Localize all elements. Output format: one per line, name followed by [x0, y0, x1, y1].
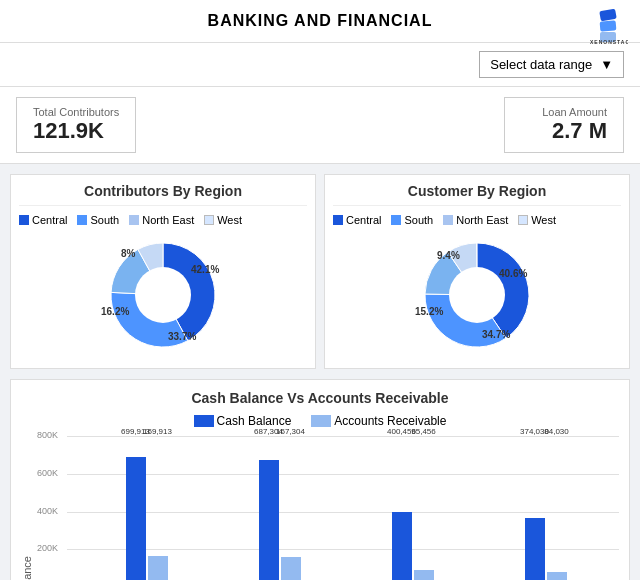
customer-chart-card: Customer By Region Central South North E…: [324, 174, 630, 369]
contributors-chart-title: Contributors By Region: [19, 183, 307, 206]
bar-legend: Cash Balance Accounts Receivable: [21, 414, 619, 428]
customer-chart-title: Customer By Region: [333, 183, 621, 206]
cust-legend-south: South: [391, 214, 433, 226]
total-contributors-label: Total Contributors: [33, 106, 119, 118]
contributors-legend: Central South North East West: [19, 214, 307, 226]
legend-south: South: [77, 214, 119, 226]
q4-group: 374,030 84,030 Q4: [482, 436, 609, 580]
legend-central: Central: [19, 214, 67, 226]
svg-text:33.7%: 33.7%: [168, 331, 196, 342]
q2-group: 687,304 167,304 Q2: [216, 436, 343, 580]
toolbar: Select data range ▼: [0, 43, 640, 87]
cust-legend-west: West: [518, 214, 556, 226]
y-axis-label: Cash Balance: [21, 556, 33, 581]
svg-text:40.6%: 40.6%: [499, 268, 527, 279]
customer-donut: 40.6% 15.2% 34.7% 9.4%: [333, 230, 621, 360]
page-title: BANKING AND FINANCIAL: [208, 12, 433, 30]
bar-legend-cash: Cash Balance: [194, 414, 292, 428]
contributors-chart-card: Contributors By Region Central South Nor…: [10, 174, 316, 369]
svg-text:8%: 8%: [121, 248, 136, 259]
loan-amount-value: 2.7 M: [521, 118, 607, 144]
q4-cash-bar: [525, 518, 545, 580]
svg-text:9.4%: 9.4%: [437, 250, 460, 261]
legend-northeast: North East: [129, 214, 194, 226]
loan-amount-card: Loan Amount 2.7 M: [504, 97, 624, 153]
logo: XENONSTACK: [588, 6, 628, 46]
q1-ar-bar: [148, 556, 168, 580]
legend-west: West: [204, 214, 242, 226]
cust-legend-central: Central: [333, 214, 381, 226]
customer-legend: Central South North East West: [333, 214, 621, 226]
svg-rect-1: [600, 20, 617, 31]
q2-ar-bar: [281, 557, 301, 580]
svg-rect-0: [599, 9, 616, 22]
svg-text:34.7%: 34.7%: [482, 329, 510, 340]
bar-chart-area: Cash Balance 800K 600K 400K 200K 0 Q0: [21, 436, 619, 580]
total-contributors-value: 121.9K: [33, 118, 119, 144]
contributors-donut: 42.1% 16.2% 33.7% 8%: [19, 230, 307, 360]
svg-text:15.2%: 15.2%: [415, 306, 443, 317]
svg-point-8: [135, 267, 191, 323]
kpi-row: Total Contributors 121.9K Loan Amount 2.…: [0, 87, 640, 164]
svg-text:42.1%: 42.1%: [191, 264, 219, 275]
svg-text:XENONSTACK: XENONSTACK: [590, 39, 628, 45]
bar-chart-section: Cash Balance Vs Accounts Receivable Cash…: [10, 379, 630, 580]
q3-group: 400,456 95,456 Q3: [349, 436, 476, 580]
q1-group: 699,913 169,913 Q1: [83, 436, 210, 580]
q1-cash-bar: [126, 457, 146, 580]
q3-cash-bar: [392, 512, 412, 580]
q2-cash-bar: [259, 460, 279, 580]
svg-point-13: [449, 267, 505, 323]
bar-chart-title: Cash Balance Vs Accounts Receivable: [21, 390, 619, 406]
cust-legend-northeast: North East: [443, 214, 508, 226]
page-header: BANKING AND FINANCIAL XENONSTACK: [0, 0, 640, 43]
bar-legend-ar: Accounts Receivable: [311, 414, 446, 428]
charts-row: Contributors By Region Central South Nor…: [0, 164, 640, 379]
dropdown-icon: ▼: [600, 57, 613, 72]
svg-text:16.2%: 16.2%: [101, 306, 129, 317]
select-data-range-button[interactable]: Select data range ▼: [479, 51, 624, 78]
bar-chart-inner: 800K 600K 400K 200K 0 Q0: [37, 436, 619, 580]
total-contributors-card: Total Contributors 121.9K: [16, 97, 136, 153]
loan-amount-label: Loan Amount: [521, 106, 607, 118]
